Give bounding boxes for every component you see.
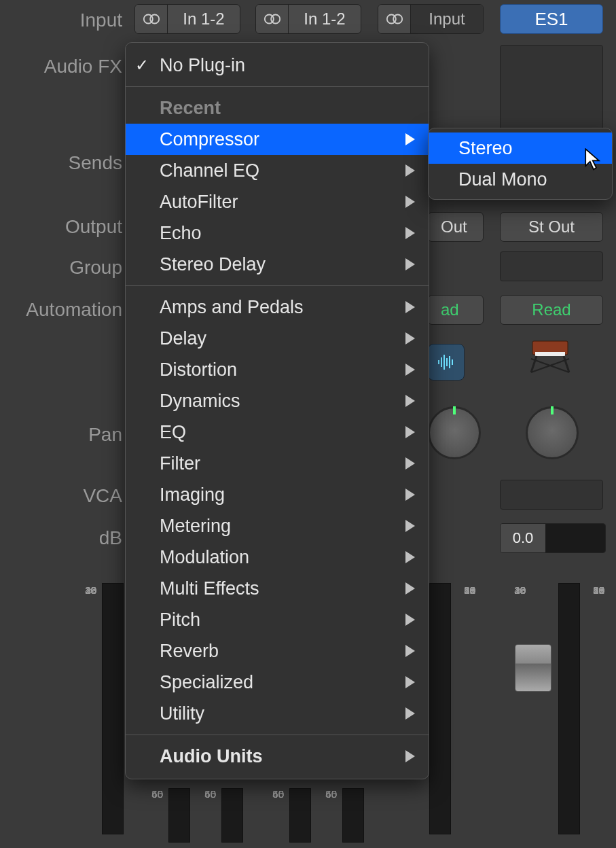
- menu-label: Reverb: [160, 641, 219, 662]
- input-label: Input: [411, 5, 483, 33]
- menu-item-multi-effects[interactable]: Multi Effects: [126, 573, 429, 604]
- menu-label: Multi Effects: [160, 578, 259, 599]
- svg-point-3: [271, 14, 280, 23]
- menu-separator: [126, 86, 429, 87]
- stereo-icon[interactable]: [135, 5, 168, 33]
- output-button-ch3[interactable]: Out: [428, 212, 484, 242]
- menu-label: AutoFilter: [160, 192, 238, 213]
- menu-item-reverb[interactable]: Reverb: [126, 635, 429, 667]
- menu-label: Audio Units: [160, 746, 262, 767]
- chevron-right-icon: [405, 196, 415, 208]
- menu-separator: [126, 735, 429, 735]
- input-slot-ch2[interactable]: In 1-2: [255, 4, 361, 34]
- menu-label: Imaging: [160, 484, 225, 506]
- input-slot-ch1[interactable]: In 1-2: [134, 4, 240, 34]
- stereo-icon[interactable]: [378, 5, 411, 33]
- menu-label: Distortion: [160, 359, 237, 381]
- menu-label: Stereo Delay: [160, 254, 266, 275]
- meter: [221, 788, 243, 843]
- menu-item-channel-eq[interactable]: Channel EQ: [126, 155, 429, 186]
- chevron-right-icon: [405, 364, 415, 376]
- instrument-slot[interactable]: ES1: [500, 4, 603, 34]
- svg-point-5: [393, 14, 402, 23]
- menu-item-dynamics[interactable]: Dynamics: [126, 385, 429, 417]
- menu-item-metering[interactable]: Metering: [126, 510, 429, 542]
- vca-well[interactable]: [500, 480, 603, 510]
- menu-label: Delay: [160, 328, 206, 349]
- meter: [429, 583, 451, 834]
- menu-item-pitch[interactable]: Pitch: [126, 604, 429, 635]
- row-label-group: Group: [0, 257, 122, 279]
- chevron-right-icon: [405, 426, 415, 438]
- menu-label: Modulation: [160, 547, 249, 568]
- menu-item-audio-units[interactable]: Audio Units: [126, 741, 429, 772]
- menu-label: Dynamics: [160, 391, 240, 412]
- fader-scale: 45 50 60: [143, 788, 163, 843]
- menu-label: Pitch: [160, 610, 200, 631]
- chevron-right-icon: [405, 258, 415, 270]
- db-readout[interactable]: 0.0: [500, 523, 606, 553]
- check-icon: ✓: [135, 56, 149, 75]
- row-label-output: Output: [0, 216, 122, 238]
- chevron-right-icon: [405, 520, 415, 532]
- synth-icon: [527, 337, 573, 378]
- chevron-right-icon: [405, 707, 415, 720]
- svg-rect-13: [535, 352, 565, 356]
- menu-label: Filter: [160, 453, 200, 474]
- menu-label: Utility: [160, 703, 204, 724]
- group-well[interactable]: [500, 251, 603, 281]
- input-slot-ch3[interactable]: Input: [378, 4, 484, 34]
- menu-item-autofilter[interactable]: AutoFilter: [126, 186, 429, 217]
- meter: [289, 788, 311, 843]
- input-label: In 1-2: [168, 5, 240, 33]
- output-button-instrument[interactable]: St Out: [500, 212, 603, 242]
- menu-item-no-plugin[interactable]: ✓ No Plug-in: [126, 50, 429, 81]
- fader-scale: 45 50 60: [316, 788, 337, 843]
- fader-scale: 0 3 6 9 12 15 18 24 30 40 50 60: [455, 584, 475, 829]
- menu-item-amps-pedals[interactable]: Amps and Pedals: [126, 292, 429, 323]
- menu-label: Compressor: [160, 129, 259, 150]
- automation-button-instrument[interactable]: Read: [500, 295, 603, 325]
- chevron-right-icon: [405, 395, 415, 407]
- menu-label: Metering: [160, 516, 231, 537]
- menu-item-stereo-delay[interactable]: Stereo Delay: [126, 249, 429, 280]
- pan-knob-instrument[interactable]: [526, 406, 579, 459]
- row-label-pan: Pan: [0, 424, 122, 446]
- stereo-icon[interactable]: [256, 5, 289, 33]
- chevron-right-icon: [405, 489, 415, 501]
- cursor-icon: [584, 148, 603, 171]
- row-label-audio-fx: Audio FX: [0, 56, 122, 77]
- chevron-right-icon: [405, 227, 415, 239]
- chevron-right-icon: [405, 750, 415, 762]
- menu-item-distortion[interactable]: Distortion: [126, 354, 429, 385]
- menu-item-filter[interactable]: Filter: [126, 448, 429, 479]
- waveform-icon[interactable]: [428, 344, 465, 381]
- menu-label: EQ: [160, 422, 186, 443]
- menu-item-utility[interactable]: Utility: [126, 698, 429, 729]
- fader-handle[interactable]: [515, 644, 551, 692]
- fader-scale: 0 3 6 9 12 15 18 24 30 40 50 60: [584, 584, 604, 829]
- menu-label: Specialized: [160, 672, 253, 693]
- menu-item-delay[interactable]: Delay: [126, 323, 429, 354]
- chevron-right-icon: [405, 301, 415, 313]
- fader-scale: 45 50 60: [196, 788, 216, 843]
- chevron-right-icon: [405, 164, 415, 177]
- automation-button-ch3[interactable]: ad: [428, 295, 484, 325]
- menu-item-imaging[interactable]: Imaging: [126, 479, 429, 510]
- menu-separator: [126, 285, 429, 286]
- menu-item-eq[interactable]: EQ: [126, 417, 429, 448]
- menu-label: No Plug-in: [160, 55, 245, 76]
- meter: [168, 788, 190, 843]
- chevron-right-icon: [405, 457, 415, 470]
- menu-item-echo[interactable]: Echo: [126, 217, 429, 249]
- menu-item-specialized[interactable]: Specialized: [126, 667, 429, 698]
- menu-header-recent: Recent: [126, 92, 429, 124]
- chevron-right-icon: [405, 614, 415, 626]
- pan-knob-ch3[interactable]: [428, 406, 481, 459]
- menu-item-compressor[interactable]: Compressor: [126, 124, 429, 155]
- chevron-right-icon: [405, 582, 415, 595]
- row-label-automation: Automation: [0, 299, 122, 321]
- menu-item-modulation[interactable]: Modulation: [126, 542, 429, 573]
- svg-point-1: [150, 14, 159, 23]
- fader-scale: 45 50 60: [264, 788, 284, 843]
